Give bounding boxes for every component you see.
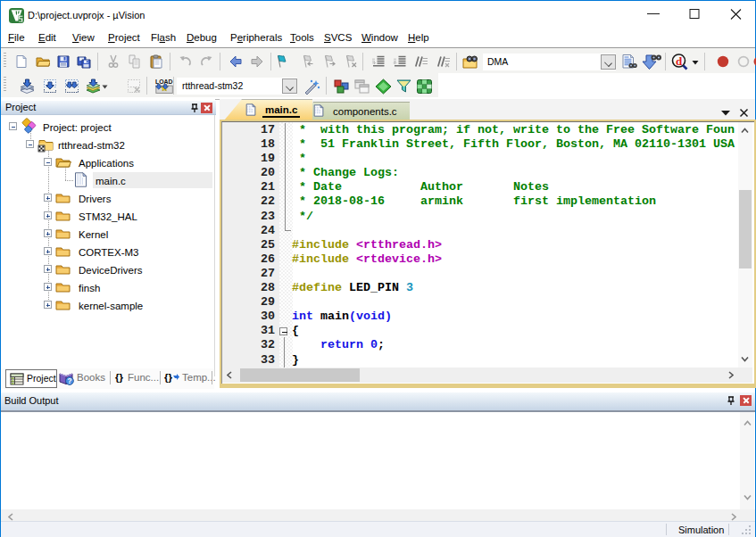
svg-text:?: ? xyxy=(67,377,71,385)
svg-text:LOAD: LOAD xyxy=(155,78,173,85)
svg-text:d: d xyxy=(676,54,683,68)
